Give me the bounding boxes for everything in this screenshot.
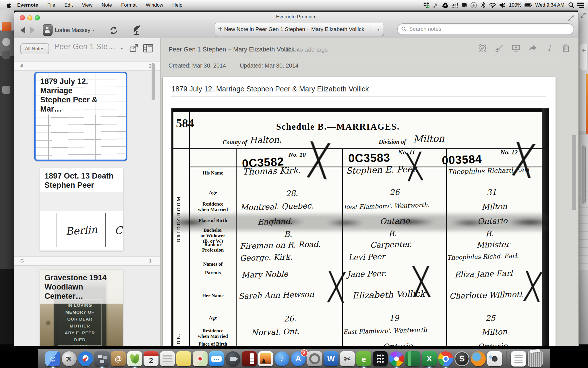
dock-photo-booth-icon[interactable]: [242, 351, 257, 366]
forward-button[interactable]: [30, 27, 35, 34]
dock-maps-icon[interactable]: [193, 351, 208, 366]
background-expand-icon[interactable]: [580, 12, 586, 18]
note-card-gravestone[interactable]: IN LOVING MEMORY OF OUR DEAR MOTHER ARY …: [40, 270, 123, 346]
background-app-icon[interactable]: [2, 51, 10, 59]
dock-excel-icon[interactable]: X: [422, 351, 437, 366]
share-notebook-icon[interactable]: [129, 43, 139, 53]
background-app-icon[interactable]: [2, 86, 10, 94]
dock-trash-icon[interactable]: [528, 351, 543, 367]
dock-contacts-icon[interactable]: @: [111, 351, 126, 366]
dock-picasa-icon[interactable]: [389, 351, 404, 366]
new-note-dropdown[interactable]: ▾: [373, 23, 384, 36]
dock-chrome-icon[interactable]: [438, 351, 453, 366]
dock-word-icon[interactable]: W: [324, 351, 339, 366]
spotlight-icon[interactable]: [568, 2, 575, 9]
dock-itunes-icon[interactable]: ♪: [274, 351, 289, 366]
row-label: His Name: [190, 170, 236, 176]
dock-evernote-icon[interactable]: e: [356, 351, 371, 366]
dock-safari-icon[interactable]: [78, 351, 93, 366]
dock-green-book-icon[interactable]: [405, 351, 420, 366]
background-scrollbar[interactable]: [582, 145, 586, 204]
back-button[interactable]: [20, 27, 25, 34]
dock-finder-icon[interactable]: ☺: [45, 351, 60, 366]
thumbnail-band: [40, 250, 123, 251]
menu-bar-clock[interactable]: Wed 9:34 AM: [534, 2, 566, 8]
background-app-icon[interactable]: [2, 22, 11, 31]
new-note-button[interactable]: + New Note in Peer Gen 1 Stephen – Mary …: [215, 23, 384, 36]
dock-leaves-app-icon[interactable]: [127, 351, 142, 366]
background-window-right[interactable]: +: [578, 10, 588, 350]
chevron-down-icon[interactable]: ▾: [121, 46, 123, 51]
photo-strip: [250, 353, 254, 364]
note-body[interactable]: 1879 July 12. Marriage Stephen Peer & Ma…: [163, 77, 556, 346]
dock-s-app-icon[interactable]: S: [454, 351, 469, 366]
dock-launchpad-icon[interactable]: ✈: [62, 351, 77, 366]
info-icon[interactable]: i: [545, 43, 554, 53]
note-content-title[interactable]: 1879 July 12. Marriage Stephen Peer & Ma…: [171, 85, 369, 93]
menu-item-view[interactable]: View: [77, 2, 97, 8]
dock-image-editor-icon[interactable]: ✂: [340, 351, 355, 366]
editor-scrollbar[interactable]: [572, 135, 576, 210]
dock-facetime-icon[interactable]: [225, 351, 240, 366]
dots-shape: [376, 354, 384, 364]
dock-app-store-icon[interactable]: A3: [291, 351, 306, 366]
cleaner-icon[interactable]: [432, 2, 440, 9]
search-input[interactable]: [409, 26, 572, 32]
note-card-death[interactable]: 1897 Oct. 13 Death Stephen Peer Berlin C: [40, 168, 123, 251]
add-tags-field[interactable]: click to add tags: [285, 46, 328, 53]
menu-item-format[interactable]: Format: [117, 2, 141, 8]
share-icon[interactable]: [528, 43, 537, 53]
dock-mission-control-icon[interactable]: [94, 351, 109, 366]
all-notes-button[interactable]: All Notes: [20, 43, 49, 54]
menu-item-edit[interactable]: Edit: [60, 2, 77, 8]
view-options-icon[interactable]: [143, 43, 154, 53]
activity-icon[interactable]: [131, 24, 142, 36]
wifi-icon[interactable]: [489, 2, 496, 9]
account-menu[interactable]: Lorine Massey ▾: [43, 24, 94, 36]
note-card-marriage[interactable]: 1879 July 12. Marriage Stephen Peer & Ma…: [34, 72, 127, 161]
sync-paused-icon[interactable]: [470, 2, 477, 9]
dock-media-browser-icon[interactable]: [487, 351, 502, 366]
bluetooth-icon[interactable]: [479, 2, 487, 9]
reminder-clock-icon[interactable]: [478, 43, 487, 53]
google-drive-icon[interactable]: [442, 2, 449, 9]
menu-item-evernote[interactable]: Evernote: [13, 2, 43, 8]
present-icon[interactable]: [511, 43, 521, 53]
dock-fitbit-icon[interactable]: [373, 351, 388, 366]
fullscreen-icon[interactable]: [568, 15, 575, 22]
menu-item-help[interactable]: Help: [168, 2, 187, 8]
evernote-menu-icon[interactable]: [461, 2, 468, 9]
menu-item-window[interactable]: Window: [141, 2, 168, 8]
dock-calendar-icon[interactable]: 2: [144, 351, 158, 366]
dropbox-icon[interactable]: [423, 2, 430, 9]
window-title: Evernote Premium: [14, 14, 579, 20]
menu-item-file[interactable]: File: [43, 2, 60, 8]
note-list-scrollbar[interactable]: [152, 63, 155, 100]
his-age: 31: [487, 188, 497, 197]
note-title[interactable]: Peer Gen 1 Stephen – Mary Elizabeth Voll…: [169, 46, 298, 53]
dock-system-preferences-icon[interactable]: [307, 351, 322, 366]
background-back-icon[interactable]: [2, 38, 10, 46]
dock-reminders-icon[interactable]: [160, 351, 175, 366]
dock-messages-icon[interactable]: …: [209, 351, 224, 366]
trash-icon[interactable]: [561, 43, 570, 53]
battery-icon[interactable]: [525, 2, 532, 9]
sync-icon[interactable]: [109, 26, 119, 35]
activity-meter-icon[interactable]: [451, 2, 459, 9]
dock-iphoto-icon[interactable]: [258, 351, 273, 366]
notification-center-icon[interactable]: [577, 2, 585, 9]
background-window-left[interactable]: [0, 10, 14, 350]
apple-menu-icon[interactable]: [5, 2, 13, 9]
note-list-pane: All Notes Peer Gen 1 Ste… ▾ # 2 1879 Jul…: [14, 38, 160, 346]
volume-icon[interactable]: [498, 2, 506, 9]
notebook-title[interactable]: Peer Gen 1 Ste…: [54, 42, 115, 51]
dock-firefox-icon[interactable]: [471, 351, 486, 366]
annotate-icon[interactable]: a: [495, 43, 504, 53]
dock-documents-icon[interactable]: [511, 351, 526, 367]
background-new-tab[interactable]: +: [580, 44, 587, 70]
menu-item-note[interactable]: Note: [97, 2, 117, 8]
search-field[interactable]: [397, 23, 574, 35]
dock-stickies-icon[interactable]: [176, 351, 191, 366]
scanned-marriage-register[interactable]: 584 Schedule B.—MARRIAGES. County of Hal…: [171, 108, 549, 346]
gear-icon: [309, 353, 320, 364]
